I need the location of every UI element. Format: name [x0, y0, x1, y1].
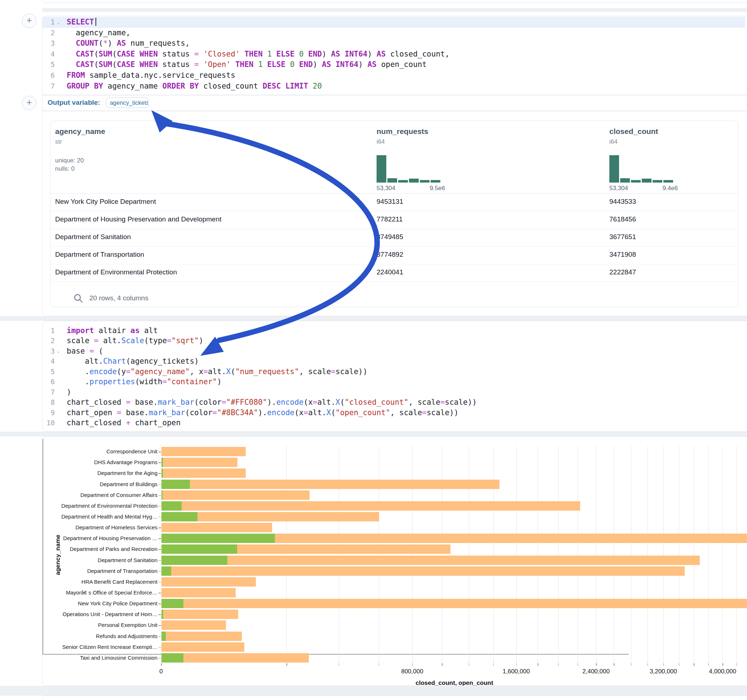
bar-closed-count[interactable]	[162, 468, 246, 478]
column-header-num_requests[interactable]: num_requestsi6453,3049.5e6	[377, 127, 445, 192]
y-tick-mark	[159, 571, 161, 572]
bar-open-count[interactable]	[162, 609, 163, 619]
x-axis-tick-label: 3,200,000	[635, 668, 692, 675]
gridline	[493, 446, 494, 663]
output-variable-pill[interactable]: agency_tickets	[106, 97, 148, 108]
bar-closed-count[interactable]	[162, 458, 237, 467]
y-axis-label-4: Department of Buildings	[42, 481, 157, 487]
column-header-closed_count[interactable]: closed_counti6453,3049.4e6	[609, 127, 678, 192]
bar-closed-count[interactable]	[162, 480, 499, 489]
x-tick-mark	[558, 663, 559, 666]
y-axis-line	[42, 437, 43, 654]
bar-open-count[interactable]	[162, 458, 163, 467]
code-line[interactable]: 6 .properties(width="container")	[42, 377, 745, 387]
cell-value: 7618456	[609, 215, 636, 223]
bar-closed-count[interactable]	[162, 556, 700, 565]
bar-open-count[interactable]	[162, 653, 183, 662]
bar-closed-count[interactable]	[162, 609, 238, 619]
cell-value: 9453131	[377, 198, 403, 206]
code-line[interactable]: 1⌄SELECT	[42, 17, 745, 28]
code-line[interactable]: 1import altair as alt	[42, 326, 745, 336]
code-line[interactable]: 5 .encode(y="agency_name", x=alt.X("num_…	[42, 367, 745, 377]
code-line[interactable]: 7GROUP BY agency_name ORDER BY closed_co…	[42, 81, 745, 92]
column-header-agency_name[interactable]: agency_namestrunique: 20nulls: 0	[55, 127, 105, 173]
code-line[interactable]: 9chart_open = base.mark_bar(color="#8BC3…	[42, 407, 745, 418]
cell-agency-name: New York City Police Department	[55, 198, 156, 206]
y-axis-label-2: DHS Advantage Programs	[42, 459, 157, 465]
python-code-editor[interactable]: 1import altair as alt2scale = alt.Scale(…	[42, 326, 745, 428]
bar-closed-count[interactable]	[162, 620, 226, 630]
search-icon[interactable]	[74, 293, 83, 303]
bar-open-count[interactable]	[162, 545, 237, 554]
bar-open-count[interactable]	[162, 490, 163, 500]
gridline	[708, 446, 709, 663]
code-line[interactable]: 4 CAST(SUM(CASE WHEN status = 'Closed' T…	[42, 49, 745, 60]
code-line[interactable]: 3⌄base = (	[42, 346, 745, 356]
gridline	[647, 446, 648, 663]
bar-closed-count[interactable]	[162, 501, 580, 511]
bar-closed-count[interactable]	[162, 566, 685, 576]
bar-open-count[interactable]	[162, 534, 275, 543]
table-row[interactable]: Department of Sanitation37494853677651	[50, 229, 738, 247]
cell-agency-name: Department of Sanitation	[55, 233, 131, 241]
add-cell-button-middle[interactable]: +	[22, 96, 36, 110]
cell-value: 7782211	[377, 215, 403, 223]
code-line[interactable]: 2scale = alt.Scale(type="sqrt")	[42, 336, 745, 345]
y-tick-mark	[159, 614, 161, 615]
y-tick-mark	[159, 582, 161, 582]
bar-open-count[interactable]	[162, 512, 198, 521]
gridline	[736, 446, 737, 663]
bar-closed-count[interactable]	[162, 577, 256, 587]
bar-open-count[interactable]	[162, 556, 227, 565]
bar-closed-count[interactable]	[162, 523, 272, 532]
y-tick-mark	[159, 484, 161, 485]
table-row[interactable]: Department of Housing Preservation and D…	[50, 211, 738, 229]
bar-open-count[interactable]	[162, 468, 163, 478]
gridline	[558, 446, 558, 663]
cell-value: 3774892	[377, 250, 403, 258]
x-tick-mark	[339, 663, 339, 666]
code-line[interactable]: 2 agency_name,	[42, 28, 745, 39]
y-tick-mark	[159, 495, 161, 496]
gridline	[596, 446, 596, 663]
y-tick-mark	[159, 625, 161, 626]
table-row[interactable]: Department of Environmental Protection22…	[50, 264, 738, 282]
y-tick-mark	[159, 538, 161, 539]
x-axis-tick-label: 1,600,000	[488, 668, 545, 675]
bar-closed-count[interactable]	[162, 588, 236, 597]
code-line[interactable]: 3 COUNT(*) AS num_requests,	[42, 38, 745, 49]
bar-closed-count[interactable]	[162, 599, 747, 608]
gridline	[538, 446, 538, 663]
table-row[interactable]: New York City Police Department945313194…	[50, 193, 738, 211]
code-line[interactable]: 5 CAST(SUM(CASE WHEN status = 'Open' THE…	[42, 59, 745, 70]
code-line[interactable]: 10chart_closed + chart_open	[42, 418, 745, 428]
bar-open-count[interactable]	[162, 599, 183, 608]
table-row[interactable]: Department of Transportation377489234719…	[50, 246, 738, 264]
code-line[interactable]: 7)	[42, 387, 745, 397]
bar-closed-count[interactable]	[162, 653, 309, 662]
code-line[interactable]: 8chart_closed = base.mark_bar(color="#FF…	[42, 397, 745, 407]
bar-closed-count[interactable]	[162, 447, 246, 456]
bar-open-count[interactable]	[162, 501, 181, 511]
y-tick-mark	[159, 462, 161, 463]
cell-value: 9443533	[609, 198, 636, 206]
x-axis-tick-label: 2,400,000	[567, 668, 625, 675]
y-axis-label-19: Senior Citizen Rent Increase Exempti…	[42, 644, 157, 650]
x-tick-mark	[736, 663, 737, 666]
add-cell-button-top[interactable]: +	[22, 14, 36, 28]
code-line[interactable]: 6FROM sample_data.nyc.service_requests	[42, 70, 745, 81]
y-tick-mark	[159, 528, 161, 528]
bar-closed-count[interactable]	[162, 490, 310, 500]
code-line[interactable]: 4 alt.Chart(agency_tickets)	[42, 356, 745, 366]
bar-closed-count[interactable]	[162, 643, 244, 652]
bar-closed-count[interactable]	[162, 632, 242, 641]
bar-open-count[interactable]	[162, 480, 190, 489]
x-tick-mark	[469, 663, 470, 666]
bar-open-count[interactable]	[162, 566, 171, 576]
sql-code-editor[interactable]: 1⌄SELECT2 agency_name,3 COUNT(*) AS num_…	[42, 17, 745, 92]
x-axis-tick-label: 4,000,000	[694, 668, 747, 675]
x-tick-mark	[286, 663, 287, 666]
bar-open-count[interactable]	[162, 632, 166, 641]
gridline	[679, 446, 679, 663]
cell-agency-name: Department of Environmental Protection	[55, 268, 177, 276]
